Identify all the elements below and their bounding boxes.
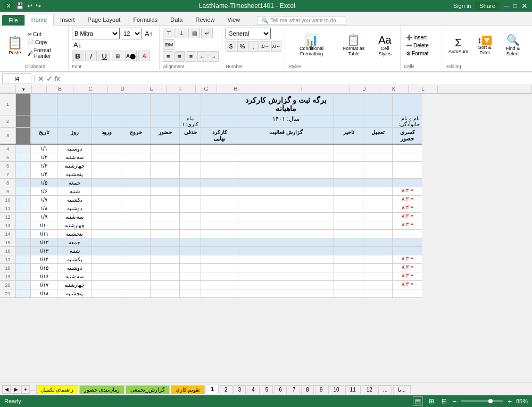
format-cells-btn[interactable]: ⚙Format [404,50,439,57]
underline-btn[interactable]: U [98,51,110,61]
col-header-I[interactable]: I [254,85,350,93]
cancel-formula-btn[interactable]: ✕ [38,74,44,83]
insert-cells-btn[interactable]: ➕Insert [404,34,439,41]
sort-filter-btn[interactable]: ↕🔽 Sort & Filter [472,34,497,57]
tab-insert[interactable]: Insert [54,14,81,25]
col-header-extra2[interactable] [438,85,532,93]
sheet-tab-3[interactable]: 3 [234,385,246,394]
zoom-slider[interactable] [461,400,503,402]
fill-color-btn[interactable]: A⬤ [125,51,137,61]
select-all-btn[interactable]: ▾ [16,85,32,93]
formula-input[interactable] [62,73,530,84]
close-btn[interactable]: ✕ [521,2,528,10]
col-header-C[interactable]: C [73,85,108,93]
sheet-tab-ya[interactable]: یا... [393,385,410,394]
sheet-tab-aggregate-report[interactable]: گزارش_تجمعی [126,385,170,394]
sheet-tab-work-calendar[interactable]: تقویم کاری [171,385,205,394]
sheet-tab-4[interactable]: 4 [247,385,260,394]
maximize-btn[interactable]: □ [513,2,517,10]
tab-file[interactable]: File [2,15,24,26]
zoom-level[interactable]: 85% [516,398,528,404]
percent-btn[interactable]: % [237,41,247,52]
sheet-tab-11[interactable]: 11 [345,385,361,394]
tab-page-layout[interactable]: Page Layout [81,14,127,25]
tell-me-search[interactable]: 🔍 Tell me what you want to do... [257,16,345,25]
quick-access-redo[interactable]: ↪ [36,2,41,10]
align-center-btn[interactable]: ≡ [174,51,185,62]
wrap-text-btn[interactable]: ↵ [201,28,213,38]
col-header-extra1[interactable] [32,85,47,93]
border-btn[interactable]: ⊞ [112,51,123,61]
share-btn[interactable]: Share [475,2,499,10]
cell-reference-box[interactable] [2,73,31,84]
view-page-break-btn[interactable]: ⊟ [440,397,448,405]
tab-view[interactable]: View [221,14,247,25]
col-header-F[interactable]: F [167,85,196,93]
sheet-tab-6[interactable]: 6 [274,385,287,394]
grow-font-btn[interactable]: A↑ [143,29,154,38]
decimal-remove-btn[interactable]: .0← [271,41,281,52]
font-name-select[interactable]: B Mitra [72,28,120,39]
cut-btn[interactable]: ✂Cut [26,31,65,38]
autosum-btn[interactable]: Σ AutoSum [446,36,470,55]
col-header-H[interactable]: H [217,85,254,93]
indent-increase-btn[interactable]: → [209,51,219,62]
col-header-E[interactable]: E [137,85,167,93]
shrink-font-btn[interactable]: A↓ [72,40,83,49]
indent-decrease-btn[interactable]: ← [197,51,207,62]
sheet-tab-5[interactable]: 5 [261,385,273,394]
delete-cells-btn[interactable]: ➖Delete [404,42,439,49]
merge-btn[interactable]: ⊞M [163,39,174,50]
italic-btn[interactable]: I [85,51,97,61]
quick-access-undo[interactable]: ↩ [27,2,32,10]
format-painter-btn[interactable]: 🖌Format Painter [26,47,65,60]
sheet-tab-8[interactable]: 8 [301,385,314,394]
number-format-select[interactable]: General [226,28,271,39]
view-normal-btn[interactable]: ▤ [413,396,423,406]
align-bottom-btn[interactable]: ▤ [188,28,200,38]
col-header-L[interactable]: L [409,85,438,93]
tab-data[interactable]: Data [164,14,189,25]
col-header-B[interactable]: B [47,85,73,93]
align-left-btn[interactable]: ≡ [163,51,173,62]
view-page-layout-btn[interactable]: ⊞ [427,397,436,405]
cell-styles-btn[interactable]: Aa Cell Styles [373,33,397,58]
align-right-btn[interactable]: ≡ [186,51,196,62]
tab-review[interactable]: Review [189,14,221,25]
tab-home[interactable]: Home [24,14,54,26]
add-sheet-btn[interactable]: + [21,385,30,394]
conditional-formatting-btn[interactable]: 📊 Conditional Formatting [288,32,335,58]
zoom-out-btn[interactable]: − [453,397,457,405]
sheet-tab-2[interactable]: 2 [220,385,232,394]
sign-in-btn[interactable]: Sign in [453,3,471,9]
currency-btn[interactable]: $ [226,41,236,52]
col-header-K[interactable]: K [379,85,409,93]
minimize-btn[interactable]: ─ [504,2,509,10]
font-color-btn[interactable]: A [138,51,150,61]
sheet-nav-left[interactable]: ◀ [2,385,11,394]
align-top-btn[interactable]: ⊤ [163,28,174,38]
decimal-add-btn[interactable]: .0→ [260,41,270,52]
col-header-G[interactable]: G [196,85,217,93]
sheet-tab-more[interactable]: ... [378,385,392,394]
insert-function-btn[interactable]: fx [55,75,60,82]
sheet-tab-time-tracking[interactable]: زمان‌بندی حضور [79,385,124,394]
sheet-tab-10[interactable]: 10 [328,385,344,394]
sheet-tab-guide[interactable]: راهنمای تکمیل [36,385,79,394]
sheet-tab-9[interactable]: 9 [315,385,328,394]
confirm-formula-btn[interactable]: ✓ [46,74,53,83]
tab-formulas[interactable]: Formulas [127,14,164,25]
sheet-nav-right[interactable]: ▶ [12,385,20,394]
copy-btn[interactable]: 📄Copy [26,39,65,46]
col-header-D[interactable]: D [108,85,137,93]
find-select-btn[interactable]: 🔍 Find & Select [500,32,527,58]
paste-btn[interactable]: 📋 Paste [5,34,24,56]
sheet-tab-12[interactable]: 12 [362,385,377,394]
sheet-tab-1[interactable]: 1 [206,385,219,394]
zoom-in-btn[interactable]: + [508,397,512,405]
font-size-select[interactable]: 12 [121,28,142,39]
format-as-table-btn[interactable]: 📋 Format as Table [337,32,371,58]
bold-btn[interactable]: B [72,51,84,61]
align-middle-btn[interactable]: ⊥ [176,28,187,38]
comma-btn[interactable]: , [248,41,259,52]
